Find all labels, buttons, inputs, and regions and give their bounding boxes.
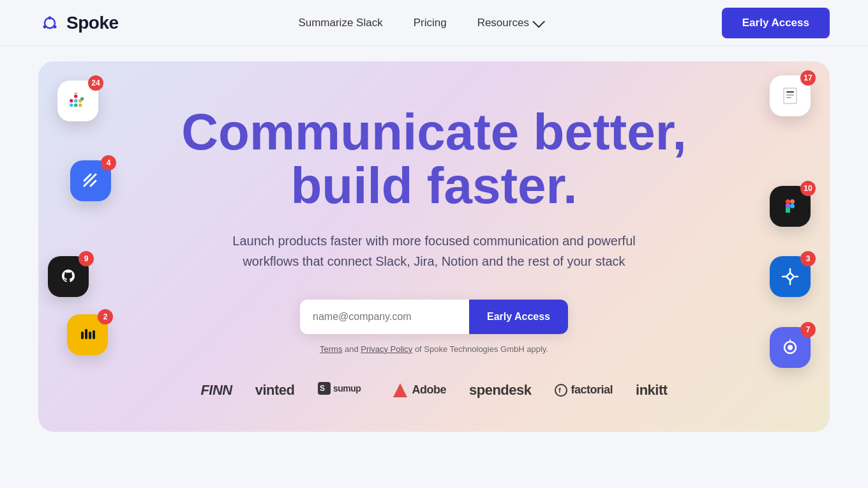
- svg-rect-32: [89, 332, 91, 339]
- trello-app-icon: 3: [770, 256, 811, 297]
- nav-link-summarize[interactable]: Summarize Slack: [298, 17, 382, 29]
- linear-icon: [78, 168, 103, 194]
- brand-adobe: Adobe: [392, 382, 447, 399]
- email-form: Early Access: [300, 300, 568, 334]
- svg-point-36: [788, 345, 793, 350]
- github-app-icon: 9: [48, 256, 89, 297]
- svg-rect-31: [85, 329, 87, 339]
- notion-badge: 17: [800, 70, 816, 86]
- nav-link-pricing[interactable]: Pricing: [414, 17, 447, 29]
- slack-app-icon: 24: [57, 80, 98, 121]
- svg-text:S: S: [320, 384, 325, 393]
- svg-rect-19: [786, 97, 791, 98]
- spoke-logo-icon: [38, 11, 61, 34]
- nav-item-resources[interactable]: Resources: [477, 17, 542, 29]
- svg-rect-23: [786, 204, 790, 208]
- svg-rect-14: [80, 97, 84, 101]
- privacy-policy-link[interactable]: Privacy Policy: [361, 344, 412, 354]
- svg-rect-28: [777, 264, 803, 289]
- linear-badge: 4: [101, 155, 116, 171]
- svg-rect-7: [74, 99, 78, 103]
- svg-rect-24: [786, 208, 790, 213]
- chevron-down-icon: [532, 15, 545, 27]
- svg-rect-16: [784, 88, 797, 103]
- circle-app-icon: 7: [770, 327, 811, 368]
- notion-icon: [777, 83, 803, 109]
- svg-point-2: [49, 16, 52, 19]
- adobe-logo-icon: [392, 382, 408, 399]
- circle-icon: [777, 335, 803, 360]
- notion-app-icon: 17: [770, 75, 811, 116]
- brand-sumup: S sumup: [318, 379, 369, 401]
- svg-rect-10: [74, 95, 78, 98]
- circle-badge: 7: [800, 322, 816, 337]
- nav-early-access-button[interactable]: Early Access: [722, 8, 830, 38]
- make-icon: [75, 322, 100, 347]
- brand-finn: FINN: [200, 382, 232, 399]
- svg-rect-5: [65, 88, 91, 114]
- svg-text:sumup: sumup: [333, 383, 361, 393]
- svg-rect-8: [74, 103, 78, 107]
- svg-rect-0: [38, 11, 61, 34]
- svg-rect-30: [81, 332, 84, 339]
- early-access-submit-button[interactable]: Early Access: [469, 300, 568, 334]
- figma-app-icon: 10: [770, 186, 811, 227]
- logo-text: Spoke: [66, 13, 119, 33]
- brand-logos: FINN vinted S sumup Adobe spendesk f fac…: [200, 379, 667, 401]
- svg-point-26: [790, 204, 795, 208]
- svg-point-40: [555, 385, 567, 396]
- terms-link[interactable]: Terms: [320, 344, 342, 354]
- hero-title-line2: build faster.: [291, 157, 578, 214]
- brand-factorial: f factorial: [555, 383, 613, 397]
- svg-rect-27: [56, 264, 81, 289]
- make-badge: 2: [98, 309, 113, 324]
- svg-text:f: f: [558, 386, 561, 394]
- svg-rect-18: [786, 95, 794, 96]
- svg-rect-22: [786, 199, 790, 204]
- slack-icon: [65, 88, 91, 114]
- svg-rect-17: [786, 91, 794, 93]
- factorial-logo-icon: f: [555, 384, 567, 397]
- github-icon: [56, 264, 81, 289]
- nav-item-pricing[interactable]: Pricing: [414, 17, 447, 29]
- sumup-logo: S sumup: [318, 379, 369, 397]
- svg-rect-6: [70, 99, 73, 103]
- email-input[interactable]: [300, 300, 469, 334]
- figma-badge: 10: [800, 181, 816, 196]
- linear-app-icon: 4: [70, 160, 111, 201]
- nav-link-resources[interactable]: Resources: [477, 17, 542, 29]
- hero-subtitle: Launch products faster with more focused…: [204, 231, 664, 271]
- svg-rect-11: [70, 103, 73, 107]
- svg-rect-25: [790, 199, 795, 204]
- brand-spendesk: spendesk: [469, 382, 532, 399]
- trello-icon: [777, 264, 803, 289]
- svg-point-3: [43, 25, 47, 28]
- nav-links: Summarize Slack Pricing Resources: [298, 17, 542, 29]
- github-badge: 9: [79, 251, 94, 266]
- hero-section: 24 17 4: [38, 61, 830, 432]
- trello-badge: 3: [800, 251, 816, 266]
- terms-text: Terms and Privacy Policy of Spoke Techno…: [320, 344, 548, 354]
- logo[interactable]: Spoke: [38, 11, 119, 34]
- svg-rect-13: [74, 93, 78, 94]
- navbar: Spoke Summarize Slack Pricing Resources …: [0, 0, 868, 46]
- svg-rect-33: [93, 330, 95, 339]
- make-app-icon: 2: [67, 314, 108, 355]
- slack-badge: 24: [88, 75, 103, 91]
- brand-inkitt: inkitt: [636, 382, 668, 399]
- svg-rect-12: [79, 103, 82, 107]
- figma-icon: [777, 194, 803, 219]
- brand-vinted: vinted: [255, 382, 295, 399]
- nav-item-summarize[interactable]: Summarize Slack: [298, 17, 382, 29]
- hero-title-line1: Communicate better,: [181, 103, 686, 160]
- hero-title: Communicate better, build faster.: [181, 105, 686, 213]
- svg-point-4: [54, 25, 57, 28]
